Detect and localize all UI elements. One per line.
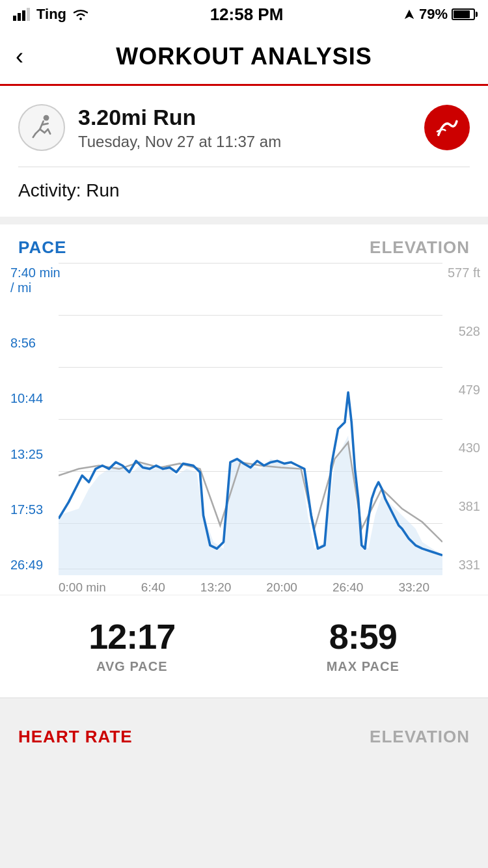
max-pace-label: MAX PACE (327, 659, 400, 674)
y-left-0: 7:40 min / mi (0, 265, 65, 295)
y-right-1: 528 (436, 324, 488, 339)
y-right-2: 479 (436, 383, 488, 398)
y-left-1: 8:56 (0, 336, 65, 351)
chart-container: 7:40 min / mi 8:56 10:44 13:25 17:53 26:… (0, 263, 488, 575)
page-title: WORKOUT ANALYSIS (116, 43, 372, 70)
x-label-4: 26:40 (332, 580, 364, 595)
max-pace-value: 8:59 (327, 616, 400, 657)
brand-icon (433, 113, 461, 142)
y-left-2: 10:44 (0, 391, 65, 406)
workout-card: 3.20mi Run Tuesday, Nov 27 at 11:37 am A… (0, 86, 488, 217)
y-left-3: 13:25 (0, 447, 65, 462)
svg-rect-1 (18, 13, 21, 21)
stats-row: 12:17 AVG PACE 8:59 MAX PACE (0, 595, 488, 698)
bottom-section: HEART RATE ELEVATION (0, 698, 488, 776)
chart-inner (59, 263, 442, 575)
y-axis-left: 7:40 min / mi 8:56 10:44 13:25 17:53 26:… (0, 263, 65, 575)
run-icon-circle (18, 104, 65, 151)
location-icon (403, 8, 415, 20)
svg-point-4 (79, 18, 82, 20)
y-left-5: 26:49 (0, 558, 65, 573)
x-label-5: 33:20 (398, 580, 429, 595)
status-right: 79% (403, 6, 475, 23)
signal-icon (13, 8, 31, 21)
chart-section: PACE ELEVATION 7:40 min / mi 8:56 10:44 … (0, 224, 488, 698)
workout-datetime: Tuesday, Nov 27 at 11:37 am (78, 133, 281, 151)
y-left-4: 17:53 (0, 502, 65, 517)
elevation-label: ELEVATION (370, 237, 470, 258)
chart-labels-row: PACE ELEVATION (0, 237, 488, 258)
svg-marker-7 (59, 436, 442, 575)
wifi-icon (72, 8, 90, 21)
workout-activity: Activity: Run (18, 167, 470, 217)
workout-header: 3.20mi Run Tuesday, Nov 27 at 11:37 am (18, 104, 470, 151)
x-label-1: 6:40 (141, 580, 165, 595)
workout-distance: 3.20mi Run (78, 105, 281, 130)
x-label-3: 20:00 (266, 580, 297, 595)
avg-pace-label: AVG PACE (88, 659, 175, 674)
svg-point-6 (44, 115, 49, 121)
status-carrier: Ting (13, 6, 90, 23)
runner-icon (27, 113, 56, 142)
workout-info-left: 3.20mi Run Tuesday, Nov 27 at 11:37 am (18, 104, 281, 151)
svg-marker-5 (405, 10, 414, 19)
y-right-4: 381 (436, 499, 488, 514)
x-axis-labels: 0:00 min 6:40 13:20 20:00 26:40 33:20 (0, 575, 488, 595)
elevation-bottom-label: ELEVATION (370, 727, 470, 747)
y-right-0: 577 ft (436, 265, 488, 280)
max-pace-stat: 8:59 MAX PACE (327, 616, 400, 674)
x-label-0: 0:00 min (59, 580, 106, 595)
y-right-5: 331 (436, 558, 488, 573)
avg-pace-stat: 12:17 AVG PACE (88, 616, 175, 674)
y-axis-right: 577 ft 528 479 430 381 331 (436, 263, 488, 575)
battery-icon (452, 8, 475, 20)
avg-pace-value: 12:17 (88, 616, 175, 657)
x-label-2: 13:20 (200, 580, 232, 595)
svg-rect-3 (27, 8, 30, 21)
workout-title-text: 3.20mi Run Tuesday, Nov 27 at 11:37 am (78, 105, 281, 151)
nav-bar: ‹ WORKOUT ANALYSIS (0, 29, 488, 86)
status-time: 12:58 PM (210, 5, 284, 25)
chart-svg (59, 263, 442, 575)
heart-rate-label: HEART RATE (18, 727, 133, 747)
y-right-3: 430 (436, 441, 488, 455)
svg-rect-2 (22, 10, 25, 21)
status-bar: Ting 12:58 PM 79% (0, 0, 488, 29)
brand-button[interactable] (424, 105, 470, 150)
pace-label: PACE (18, 237, 66, 258)
carrier-name: Ting (36, 6, 66, 23)
svg-rect-0 (13, 16, 16, 21)
back-button[interactable]: ‹ (16, 43, 23, 70)
battery-percent: 79% (419, 6, 448, 23)
